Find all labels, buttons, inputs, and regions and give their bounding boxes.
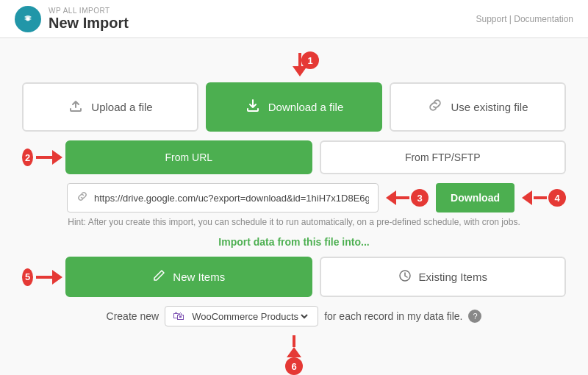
annotation-1: 1 [301,51,319,69]
url-input-row: 3 Download 4 [67,183,566,213]
file-options-row: Upload a file Download a file Use existi… [22,82,566,132]
product-type-select[interactable]: WooCommerce Products [189,310,310,323]
import-label: Import data from this file into... [22,236,566,248]
new-items-label: New Items [173,271,225,283]
download-file-label: Download a file [268,101,344,113]
create-prefix: Create new [107,310,159,322]
link-icon [427,97,443,117]
annotation-6: 6 [285,357,303,375]
history-icon [398,269,412,285]
existing-items-label: Existing Items [419,271,487,283]
url-input-wrap [67,183,379,213]
page-title: New Import [49,15,129,32]
download-icon [245,97,261,117]
url-input[interactable] [94,193,369,204]
annotation-4: 4 [548,189,566,207]
header-links: Support | Documentation [476,14,573,24]
annotation-5: 5 [22,268,33,286]
header-text: WP ALL IMPORT New Import [49,7,129,32]
logo-icon [15,6,41,32]
create-suffix: for each record in my data file. [324,310,462,322]
new-items-button[interactable]: New Items [65,257,312,297]
items-row: New Items Existing Items [65,257,566,297]
hint-text: Hint: After you create this import, you … [22,217,566,227]
from-ftp-button[interactable]: From FTP/SFTP [320,140,567,174]
pencil-icon [152,269,165,285]
existing-items-button[interactable]: Existing Items [320,257,567,297]
download-button[interactable]: Download [436,183,514,213]
upload-icon [68,97,84,117]
woocommerce-icon: 🛍 [173,310,184,323]
support-link[interactable]: Support [476,14,506,24]
source-options-row: From URL From FTP/SFTP [65,140,566,174]
existing-file-button[interactable]: Use existing file [390,82,566,132]
url-link-icon [76,190,88,205]
svg-point-1 [26,17,30,21]
annotation-3: 3 [411,189,429,207]
help-icon[interactable]: ? [468,310,481,323]
header-left: WP ALL IMPORT New Import [15,6,129,32]
upload-file-label: Upload a file [91,101,152,113]
header-brand: WP ALL IMPORT [49,7,129,15]
existing-file-label: Use existing file [451,101,528,113]
upload-file-button[interactable]: Upload a file [22,82,198,132]
header: WP ALL IMPORT New Import Support | Docum… [0,0,588,38]
main-content: 1 Upload a file Download a file [0,38,588,375]
create-row: Create new 🛍 WooCommerce Products for ea… [107,306,482,326]
product-type-select-wrap[interactable]: 🛍 WooCommerce Products [165,306,318,326]
docs-link[interactable]: Documentation [514,14,573,24]
from-url-button[interactable]: From URL [65,140,312,174]
download-file-button[interactable]: Download a file [206,82,382,132]
annotation-2: 2 [22,149,33,166]
